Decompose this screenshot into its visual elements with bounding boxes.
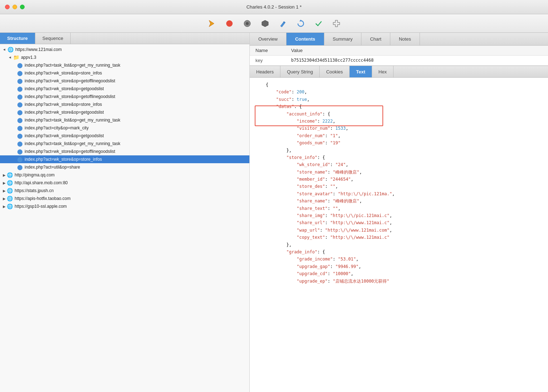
- tree-item-label: https://apis-hotfix.taobao.com: [15, 196, 71, 201]
- tab-headers[interactable]: Headers: [250, 66, 280, 77]
- breakpoint-button[interactable]: [258, 17, 272, 30]
- request-icon: ⬤: [17, 141, 23, 146]
- tree-item-item8[interactable]: ⬤index.php?act=task_list&op=get_my_runni…: [0, 116, 249, 124]
- request-icon: ⬤: [17, 133, 23, 139]
- request-icon: ⬤: [17, 94, 23, 99]
- contents-area: Name Value key b75152304d34d51138cc277cc…: [250, 46, 548, 392]
- nv-key-value: b75152304d34d51138cc277ccccc4468: [291, 58, 542, 63]
- json-content[interactable]: { "code": 200, "succ": true, "datas": { …: [250, 78, 548, 392]
- tab-summary[interactable]: Summary: [324, 33, 362, 45]
- tree-item-label: index.php?act=wk_store&op=store_infos: [25, 102, 102, 107]
- request-icon: ⬤: [17, 117, 23, 123]
- tree-item-label: index.php?act=task_list&op=get_my_runnin…: [25, 141, 120, 146]
- globe-icon: 🌐: [7, 172, 13, 178]
- triangle-icon: ▼: [2, 48, 6, 51]
- tree-item-item6[interactable]: ⬤index.php?act=wk_store&op=store_infos: [0, 100, 249, 108]
- tree-item-item7[interactable]: ⬤index.php?act=wk_store&op=getgoodslist: [0, 108, 249, 116]
- request-icon: ⬤: [17, 86, 23, 92]
- tree-item-item3[interactable]: ⬤index.php?act=wk_store&op=getofflinegoo…: [0, 77, 249, 85]
- svg-point-1: [226, 20, 233, 27]
- triangle-icon: ▶: [3, 205, 6, 208]
- right-panel: Overview Contents Summary Chart Notes Na…: [250, 33, 548, 392]
- tree-item-label: index.php?act=wk_store&op=getofflinegood…: [25, 78, 115, 83]
- request-icon: ⬤: [17, 164, 23, 170]
- tree-item-label: index.php?act=wk_store&op=store_infos: [25, 71, 102, 76]
- request-icon: ⬤: [17, 78, 23, 84]
- tree-item-item1[interactable]: ⬤index.php?act=task_list&op=get_my_runni…: [0, 61, 249, 69]
- tab-sequence[interactable]: Sequence: [35, 33, 71, 44]
- tree-item-pingma[interactable]: ▶🌐http://pingma.qq.com: [0, 171, 249, 179]
- refresh-button[interactable]: [294, 17, 308, 30]
- tab-hex[interactable]: Hex: [372, 66, 394, 77]
- close-button[interactable]: [5, 5, 10, 9]
- tree-item-label: appv1.3: [21, 55, 36, 60]
- tab-cookies[interactable]: Cookies: [320, 66, 350, 77]
- tree-item-item9[interactable]: ⬤index.php?act=city&op=mark_city: [0, 124, 249, 132]
- request-icon: ⬤: [17, 102, 23, 107]
- tab-text[interactable]: Text: [350, 66, 372, 77]
- tree-item-item10[interactable]: ⬤index.php?act=wk_store&op=getgoodslist: [0, 132, 249, 140]
- globe-icon: 🌐: [7, 196, 13, 201]
- triangle-icon: ▶: [3, 197, 6, 201]
- tree-item-label: index.php?act=wk_store&op=getgoodslist: [25, 86, 104, 91]
- checkmark-button[interactable]: [312, 17, 325, 30]
- tree-item-label: https://stats.jpush.cn: [15, 188, 54, 193]
- tab-contents[interactable]: Contents: [286, 33, 324, 45]
- main-layout: Structure Sequence ▼🌐https://www.121mai.…: [0, 33, 548, 392]
- folder-icon: 📁: [13, 55, 19, 60]
- pen-button[interactable]: [276, 17, 290, 30]
- throttle-button[interactable]: [240, 17, 254, 30]
- tab-notes[interactable]: Notes: [390, 33, 420, 45]
- triangle-icon: ▶: [3, 173, 6, 177]
- col-name-header: Name: [255, 48, 291, 53]
- tree-item-label: index.php?act=wk_store&op=getofflinegood…: [25, 94, 115, 99]
- tree-item-label: http://api.share.mob.com:80: [15, 180, 68, 185]
- globe-icon: 🌐: [7, 47, 14, 52]
- tree-item-appv1.3[interactable]: ▼📁appv1.3: [0, 53, 249, 61]
- toolbar: [0, 14, 548, 33]
- svg-marker-4: [262, 20, 268, 27]
- tab-query-string[interactable]: Query String: [280, 66, 320, 77]
- fullscreen-button[interactable]: [20, 5, 25, 9]
- record-button[interactable]: [223, 17, 236, 30]
- left-tabs: Structure Sequence: [0, 33, 249, 44]
- tree-item-label: index.php?act=util&op=share: [25, 165, 80, 170]
- svg-marker-0: [209, 20, 214, 27]
- tab-chart[interactable]: Chart: [361, 33, 390, 45]
- tab-overview[interactable]: Overview: [250, 33, 286, 45]
- triangle-icon: ▶: [3, 189, 6, 193]
- tab-structure[interactable]: Structure: [0, 33, 35, 44]
- globe-icon: 🌐: [7, 188, 13, 194]
- tree-item-item2[interactable]: ⬤index.php?act=wk_store&op=store_infos: [0, 69, 249, 77]
- tree-item-apple[interactable]: ▶🌐https://gsp10-ssl.apple.com: [0, 202, 249, 210]
- tree-item-jpush[interactable]: ▶🌐https://stats.jpush.cn: [0, 187, 249, 195]
- request-icon: ⬤: [17, 149, 23, 154]
- bottom-tabs: Headers Query String Cookies Text Hex: [250, 66, 548, 78]
- tree-item-label: index.php?act=wk_store&op=store_infos: [25, 157, 102, 162]
- tree-item-item11[interactable]: ⬤index.php?act=task_list&op=get_my_runni…: [0, 140, 249, 148]
- tree-item-label: https://www.121mai.com: [15, 47, 62, 52]
- tree-item-taobao[interactable]: ▶🌐https://apis-hotfix.taobao.com: [0, 195, 249, 202]
- request-icon: ⬤: [17, 156, 23, 162]
- tree-item-label: http://pingma.qq.com: [15, 172, 55, 177]
- arrow-tool-button[interactable]: [205, 17, 218, 30]
- tree-item-item4[interactable]: ⬤index.php?act=wk_store&op=getgoodslist: [0, 85, 249, 93]
- tree-item-label: index.php?act=task_list&op=get_my_runnin…: [25, 63, 120, 68]
- left-panel: Structure Sequence ▼🌐https://www.121mai.…: [0, 33, 250, 392]
- tree-item-item12[interactable]: ⬤index.php?act=wk_store&op=getofflinegoo…: [0, 148, 249, 155]
- tree-item-mob[interactable]: ▶🌐http://api.share.mob.com:80: [0, 179, 249, 187]
- globe-icon: 🌐: [7, 180, 13, 186]
- col-value-header: Value: [291, 48, 542, 53]
- tools-button[interactable]: [330, 17, 343, 30]
- minimize-button[interactable]: [12, 5, 17, 9]
- tree-item-item5[interactable]: ⬤index.php?act=wk_store&op=getofflinegoo…: [0, 93, 249, 100]
- svg-point-3: [246, 22, 249, 25]
- tree-item-item14[interactable]: ⬤index.php?act=util&op=share: [0, 163, 249, 171]
- tree-item-label: index.php?act=wk_store&op=getgoodslist: [25, 110, 104, 115]
- request-icon: ⬤: [17, 62, 23, 68]
- tree-item-item13[interactable]: ⬤index.php?act=wk_store&op=store_infos: [0, 155, 249, 163]
- request-icon: ⬤: [17, 70, 23, 76]
- tree-item-121mai[interactable]: ▼🌐https://www.121mai.com: [0, 46, 249, 53]
- tree-item-label: https://gsp10-ssl.apple.com: [15, 204, 67, 209]
- titlebar: Charles 4.0.2 - Session 1 *: [0, 0, 548, 14]
